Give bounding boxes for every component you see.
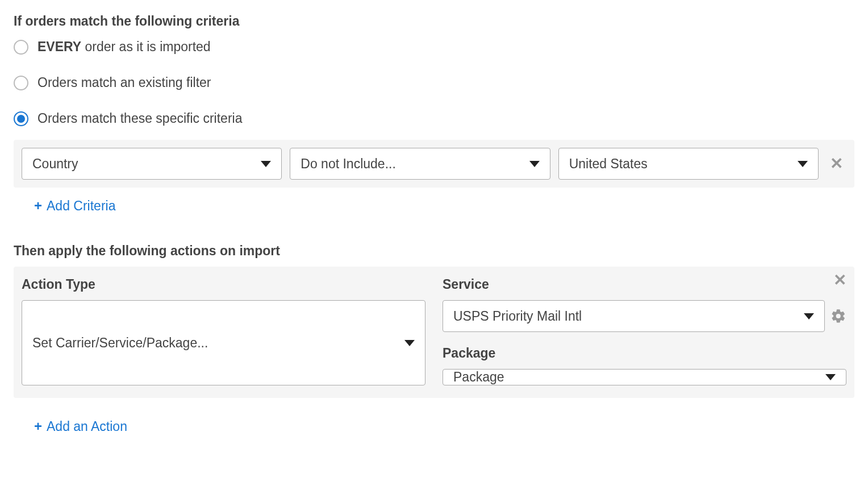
actions-heading: Then apply the following actions on impo… bbox=[14, 243, 854, 259]
chevron-down-icon bbox=[529, 161, 540, 167]
service-package-col: Service USPS Priority Mail Intl Package … bbox=[443, 277, 846, 385]
criteria-value-value: United States bbox=[569, 156, 648, 172]
criteria-field-select[interactable]: Country bbox=[22, 148, 282, 180]
service-value: USPS Priority Mail Intl bbox=[453, 309, 582, 324]
remove-action-button[interactable]: ✕ bbox=[833, 272, 846, 288]
radio-specific-criteria[interactable]: Orders match these specific criteria bbox=[14, 111, 854, 126]
plus-icon: + bbox=[34, 418, 42, 434]
radio-label-specific: Orders match these specific criteria bbox=[37, 111, 242, 126]
chevron-down-icon bbox=[404, 340, 415, 346]
radio-icon bbox=[14, 111, 28, 126]
add-criteria-label: Add Criteria bbox=[47, 198, 115, 214]
action-type-value: Set Carrier/Service/Package... bbox=[32, 335, 208, 351]
criteria-value-select[interactable]: United States bbox=[558, 148, 819, 180]
service-row: USPS Priority Mail Intl bbox=[443, 300, 846, 332]
criteria-radio-group: EVERY order as it is imported Orders mat… bbox=[14, 39, 854, 126]
gear-icon bbox=[831, 308, 846, 324]
radio-icon bbox=[14, 76, 28, 90]
radio-icon bbox=[14, 40, 28, 55]
criteria-operator-select[interactable]: Do not Include... bbox=[290, 148, 550, 180]
add-action-button[interactable]: + Add an Action bbox=[34, 418, 127, 434]
chevron-down-icon bbox=[825, 374, 836, 380]
remove-criteria-button[interactable]: ✕ bbox=[827, 156, 846, 172]
criteria-row: Country Do not Include... United States … bbox=[14, 140, 854, 188]
action-type-col: Action Type Set Carrier/Service/Package.… bbox=[22, 277, 425, 385]
criteria-heading: If orders match the following criteria bbox=[14, 14, 854, 29]
action-type-label: Action Type bbox=[22, 277, 425, 292]
service-settings-button[interactable] bbox=[831, 308, 846, 324]
radio-every-order[interactable]: EVERY order as it is imported bbox=[14, 39, 854, 55]
radio-existing-filter[interactable]: Orders match an existing filter bbox=[14, 75, 854, 90]
add-criteria-button[interactable]: + Add Criteria bbox=[34, 198, 115, 214]
radio-label-every: EVERY order as it is imported bbox=[37, 39, 211, 55]
service-select[interactable]: USPS Priority Mail Intl bbox=[443, 300, 825, 332]
action-type-select[interactable]: Set Carrier/Service/Package... bbox=[22, 300, 425, 385]
radio-label-every-bold: EVERY bbox=[37, 39, 81, 54]
chevron-down-icon bbox=[798, 161, 808, 167]
radio-label-existing: Orders match an existing filter bbox=[37, 75, 211, 90]
service-label: Service bbox=[443, 277, 846, 292]
package-select[interactable]: Package bbox=[443, 369, 846, 385]
plus-icon: + bbox=[34, 198, 42, 214]
package-value: Package bbox=[453, 370, 504, 385]
radio-label-every-rest: order as it is imported bbox=[81, 39, 211, 54]
action-row: ✕ Action Type Set Carrier/Service/Packag… bbox=[14, 267, 854, 398]
chevron-down-icon bbox=[261, 161, 271, 167]
criteria-operator-value: Do not Include... bbox=[301, 156, 396, 172]
package-label: Package bbox=[443, 346, 846, 361]
add-action-label: Add an Action bbox=[47, 419, 127, 434]
chevron-down-icon bbox=[804, 313, 814, 319]
criteria-field-value: Country bbox=[32, 156, 78, 172]
